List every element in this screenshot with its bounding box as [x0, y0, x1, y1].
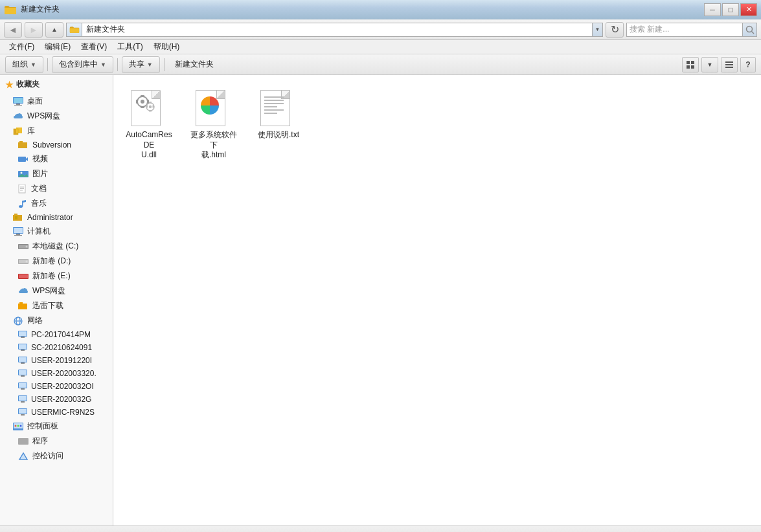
sidebar-item-pc7[interactable]: USERMIC-R9N2S — [0, 406, 113, 419]
address-dropdown[interactable]: ▼ — [593, 23, 603, 37]
new-folder-button[interactable]: 新建文件夹 — [168, 56, 220, 73]
sidebar-item-pictures[interactable]: 图片 — [0, 166, 113, 181]
sidebar-item-pc2[interactable]: SC-20210624091 — [0, 341, 113, 354]
html-file-icon — [193, 86, 234, 127]
svg-rect-75 — [18, 438, 28, 445]
file-item-txt[interactable]: 使用说明.txt — [249, 82, 308, 165]
sidebar-item-wps2[interactable]: WPS网盘 — [0, 283, 113, 298]
menu-file[interactable]: 文件(F) — [4, 40, 40, 54]
svg-rect-66 — [21, 401, 25, 403]
svg-rect-5 — [691, 65, 694, 69]
file-item-html[interactable]: 更多系统软件下载.html — [185, 82, 243, 165]
svg-rect-45 — [19, 302, 23, 304]
svg-rect-87 — [153, 105, 155, 108]
up-button[interactable]: ▲ — [45, 22, 63, 38]
svg-point-72 — [15, 425, 17, 427]
sidebar-item-programs[interactable]: 程序 — [0, 434, 113, 449]
sidebar-item-music[interactable]: 音乐 — [0, 196, 113, 211]
sidebar-item-computer[interactable]: 计算机 — [0, 224, 113, 239]
svg-rect-17 — [19, 141, 23, 143]
svg-rect-28 — [22, 201, 23, 206]
sidebar-item-control-panel[interactable]: 控制面板 — [0, 419, 113, 434]
sidebar-item-documents[interactable]: 文档 — [0, 181, 113, 196]
menu-view[interactable]: 查看(V) — [76, 40, 112, 54]
path-icon — [66, 23, 82, 37]
pc-icon-7 — [18, 408, 27, 416]
favorites-section: ★ 收藏夹 — [0, 75, 113, 93]
svg-rect-80 — [141, 95, 144, 97]
subversion-icon — [18, 140, 28, 150]
svg-rect-81 — [141, 106, 144, 108]
view-toggle-button[interactable] — [682, 57, 699, 72]
svg-rect-2 — [687, 61, 690, 64]
desktop-icon — [13, 97, 23, 106]
refresh-button[interactable]: ↻ — [606, 22, 624, 38]
file-item-dll[interactable]: AutoCamResDEU.dll — [120, 82, 178, 165]
sidebar-item-pc5[interactable]: USER-2020032OI — [0, 380, 113, 393]
sidebar-item-wps1[interactable]: WPS网盘 — [0, 109, 113, 124]
wps-cloud-icon-2 — [18, 287, 28, 296]
search-button[interactable] — [743, 23, 757, 37]
sidebar-item-disk-c[interactable]: 本地磁盘 (C:) — [0, 239, 113, 254]
sidebar-item-pc3[interactable]: USER-20191220I — [0, 354, 113, 367]
svg-rect-62 — [19, 383, 27, 388]
sidebar-item-disk-d[interactable]: 新加卷 (D:) — [0, 254, 113, 269]
favorites-header: ★ 收藏夹 — [0, 75, 113, 93]
sidebar-item-pc1[interactable]: PC-20170414PM — [0, 328, 113, 341]
pc-icon-5 — [18, 382, 27, 390]
search-input[interactable]: 搜索 新建... — [626, 23, 743, 37]
minimize-button[interactable]: ─ — [704, 3, 721, 16]
svg-rect-85 — [149, 110, 152, 112]
svg-point-41 — [26, 260, 28, 262]
organize-arrow: ▼ — [30, 61, 36, 68]
svg-point-73 — [17, 425, 19, 427]
svg-rect-63 — [21, 388, 25, 390]
share-button[interactable]: 共享 ▼ — [122, 56, 160, 73]
view-dropdown-button[interactable]: ▼ — [701, 57, 718, 72]
back-button[interactable]: ◄ — [4, 22, 22, 38]
menu-edit[interactable]: 编辑(E) — [40, 40, 76, 54]
sidebar-item-network[interactable]: 网络 — [0, 313, 113, 328]
html-file-label: 更多系统软件下载.html — [188, 130, 240, 161]
sidebar-item-subversion[interactable]: Subversion — [0, 139, 113, 151]
organize-button[interactable]: 组织 ▼ — [5, 56, 43, 73]
maximize-button[interactable]: □ — [722, 3, 739, 16]
sidebar-item-recycle-access[interactable]: 控松访问 — [0, 449, 113, 463]
network-icon — [13, 316, 23, 326]
folder-icon — [4, 5, 17, 15]
svg-rect-7 — [725, 64, 733, 65]
svg-rect-83 — [147, 100, 149, 104]
svg-point-21 — [21, 172, 23, 173]
svg-rect-16 — [18, 142, 27, 148]
computer-icon — [13, 227, 23, 236]
svg-rect-34 — [16, 234, 20, 235]
sidebar-item-pc6[interactable]: USER-2020032G — [0, 393, 113, 406]
txt-file-icon — [258, 86, 299, 127]
menu-help[interactable]: 帮助(H) — [148, 40, 185, 54]
sidebar-item-desktop[interactable]: 桌面 — [0, 94, 113, 109]
library-icon — [13, 127, 23, 136]
address-path[interactable]: 新建文件夹 — [82, 23, 593, 37]
sidebar-item-pc4[interactable]: USER-202003320. — [0, 367, 113, 380]
svg-rect-44 — [18, 304, 27, 309]
address-bar: ◄ ► ▲ 新建文件夹 ▼ ↻ 搜索 新建... — [0, 19, 761, 40]
svg-rect-35 — [14, 235, 22, 236]
txt-file-label: 使用说明.txt — [258, 130, 299, 140]
toolbar: 组织 ▼ 包含到库中 ▼ 共享 ▼ 新建文件夹 ▼ — [0, 54, 761, 75]
forward-button[interactable]: ► — [25, 22, 43, 38]
svg-point-74 — [20, 425, 22, 427]
add-to-library-button[interactable]: 包含到库中 ▼ — [52, 56, 113, 73]
svg-rect-11 — [16, 104, 20, 105]
svg-point-38 — [26, 245, 28, 247]
sidebar-item-administrator[interactable]: Administrator — [0, 211, 113, 224]
svg-rect-53 — [19, 344, 27, 349]
details-view-button[interactable] — [721, 57, 738, 72]
sidebar: ★ 收藏夹 桌面 WPS网盘 — [0, 75, 113, 526]
sidebar-item-disk-e[interactable]: 新加卷 (E:) — [0, 269, 113, 283]
sidebar-item-thunder[interactable]: 迅雷下载 — [0, 298, 113, 313]
help-button[interactable]: ? — [740, 57, 756, 72]
menu-tools[interactable]: 工具(T) — [112, 40, 148, 54]
sidebar-item-library[interactable]: 库 — [0, 124, 113, 139]
close-button[interactable]: ✕ — [740, 3, 757, 16]
sidebar-item-video[interactable]: 视频 — [0, 151, 113, 166]
